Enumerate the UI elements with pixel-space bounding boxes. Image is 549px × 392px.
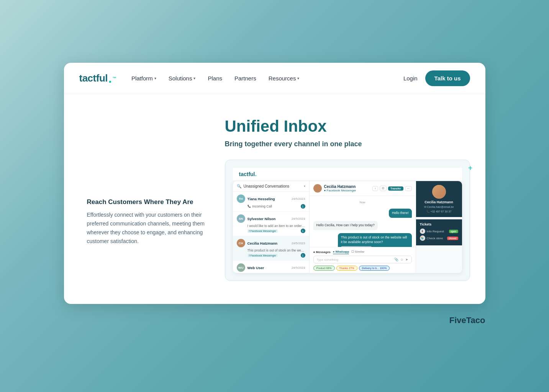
outgoing-message: Hello there!: [389, 209, 411, 218]
search-icon: 🔍: [237, 184, 241, 188]
chat-input-actions: 📎 ☺ ➤: [394, 258, 408, 261]
avatar: [313, 184, 322, 193]
avatar: [432, 185, 446, 199]
nav-plans[interactable]: Plans: [208, 75, 222, 82]
msg-date: Now: [313, 201, 412, 204]
chat-input-row: Type something 📎 ☺ ➤: [313, 256, 412, 263]
user-profile-email: ✉ Cecilia.hatz@email.be: [424, 206, 454, 209]
user-profile-phone: 📞 +32 497 67 30 37: [426, 210, 452, 213]
deco-plus-icon: +: [468, 164, 473, 173]
conv-item[interactable]: SN Sylvester Nilson 24/5/2023 I would li…: [233, 212, 309, 236]
chat-input[interactable]: Type something: [317, 258, 395, 261]
left-panel: Reach Customers Where They Are Effortles…: [87, 152, 210, 246]
ticket-label: Info Request: [427, 230, 447, 233]
attach-icon[interactable]: 📎: [394, 258, 398, 261]
user-card: Cecilia Hatzmann ✉ Cecilia.hatz@email.be…: [416, 181, 462, 217]
avatar: TH: [237, 194, 245, 203]
chat-header: Cecilia Hatzmann ● Facebook Messenger ↑ …: [310, 181, 416, 196]
app-topbar: tactful.: [233, 168, 462, 181]
chat-action-icon-btn[interactable]: ↑: [372, 186, 379, 191]
ticket-icon: ℹ: [420, 229, 425, 234]
conv-name: Cecilia Hatzmann: [247, 241, 289, 245]
ticket-status-badge: open: [449, 230, 458, 233]
conversations-sidebar: 🔍 Unassigned Conversations ▾ TH Tiana He…: [233, 181, 310, 273]
navbar: tactful. ™ Platform ▾ Solutions ▾ Plans …: [64, 63, 485, 94]
quick-tag[interactable]: Delivery to b... 100%: [359, 266, 390, 271]
ticket-item: 🏪 Check store closed: [420, 235, 458, 241]
nav-partners[interactable]: Partners: [234, 75, 256, 82]
channel-badge: f Facebook Messenger: [247, 229, 278, 233]
conv-preview-text: I would like to add an item to an order …: [247, 224, 305, 228]
chat-action-icon2-btn[interactable]: ⊡: [380, 186, 387, 191]
conv-time: 24/5/2023: [292, 197, 305, 201]
nav-solutions[interactable]: Solutions ▾: [169, 75, 196, 82]
chat-more-btn[interactable]: ···: [405, 186, 412, 191]
conv-time: 24/5/2023: [292, 242, 305, 245]
outgoing-message: This product is out of stock on the webs…: [338, 233, 412, 247]
conv-list: TH Tiana Hesseling 24/5/2023 📞 Incoming …: [233, 192, 309, 273]
conv-name: Tiana Hesseling: [247, 197, 289, 201]
chat-transfer-button[interactable]: Transfer: [388, 186, 403, 191]
chat-header-actions: ↑ ⊡ Transfer ···: [372, 186, 412, 191]
logo[interactable]: tactful. ™: [79, 72, 116, 85]
chat-user-info: Cecilia Hatzmann ● Facebook Messenger: [324, 185, 370, 192]
avatar: SN: [237, 214, 245, 223]
tab-whatsapp[interactable]: ● Whatsapp: [333, 250, 349, 254]
ticket-label: Check store: [427, 237, 446, 240]
send-icon[interactable]: ➤: [405, 258, 408, 261]
user-profile-name: Cecilia Hatzmann: [424, 200, 453, 204]
chat-panel: Cecilia Hatzmann ● Facebook Messenger ↑ …: [310, 181, 416, 273]
fivetaco-logo: FiveFiveTacoTaco: [449, 315, 485, 325]
unread-badge: 1: [301, 229, 305, 233]
filter-chevron-icon: ▾: [304, 185, 305, 188]
app-mockup: + tactful. 🔍 Unassigned Conversations: [225, 160, 470, 281]
conv-name: Web User: [247, 266, 289, 270]
tickets-title: Tickets: [420, 222, 458, 226]
avatar: CH: [237, 239, 245, 247]
messages-label: ● Messages ● Whatsapp ☐ Similar: [313, 250, 412, 254]
conv-name: Sylvester Nilson: [247, 217, 289, 221]
hero-title: Unified Inbox: [225, 117, 470, 136]
app-logo: tactful.: [239, 171, 257, 178]
resources-chevron-icon: ▾: [297, 76, 299, 80]
incoming-message: Hello Cecilia, How can I help you today?: [313, 221, 378, 230]
unread-badge: 1: [301, 253, 305, 258]
conv-item[interactable]: TH Tiana Hesseling 24/5/2023 📞 Incoming …: [233, 192, 309, 212]
nav-resources[interactable]: Resources ▾: [269, 75, 300, 82]
info-panel: Cecilia Hatzmann ✉ Cecilia.hatz@email.be…: [416, 181, 462, 273]
tickets-card: Tickets ℹ Info Request open 🏪 Check stor…: [416, 219, 462, 245]
conv-time: 24/5/2023: [292, 266, 305, 270]
conv-item[interactable]: WU Web User 24/5/2023 Do you offer in st…: [233, 261, 309, 273]
conv-header: 🔍 Unassigned Conversations ▾: [233, 181, 309, 192]
quick-tag[interactable]: Product 66%: [313, 266, 335, 271]
platform-chevron-icon: ▾: [154, 76, 156, 80]
content-area: Reach Customers Where They Are Effortles…: [64, 94, 485, 304]
chat-input-area: ● Messages ● Whatsapp ☐ Similar Type som…: [310, 247, 416, 273]
channel-badge: f Facebook Messenger: [247, 254, 278, 257]
chat-channel-label: ● Facebook Messenger: [324, 189, 370, 192]
conv-preview-text: This product is out of stock on the webs…: [247, 248, 305, 252]
nav-platform[interactable]: Platform ▾: [131, 75, 156, 82]
emoji-icon[interactable]: ☺: [400, 258, 403, 261]
chat-messages: Now Hello there! Hello Cecilia, How can …: [310, 196, 416, 247]
conv-item[interactable]: CH Cecilia Hatzmann 24/5/2023 This produ…: [233, 236, 309, 261]
unread-badge: 1: [301, 204, 305, 209]
quick-tag[interactable]: Thanks 27%: [336, 266, 357, 271]
talk-to-us-button[interactable]: Talk to us: [425, 70, 470, 86]
conv-filter-label[interactable]: Unassigned Conversations: [244, 184, 302, 188]
conv-time: 24/5/2023: [292, 217, 305, 220]
nav-links: Platform ▾ Solutions ▾ Plans Partners Re…: [131, 75, 388, 82]
hero-subtitle: Bring together every channel in one plac…: [225, 140, 470, 148]
left-body: Effortlessly connect with your customers…: [87, 211, 210, 246]
app-mockup-inner: 🔍 Unassigned Conversations ▾ TH Tiana He…: [233, 181, 462, 273]
tab-similar[interactable]: ☐ Similar: [351, 250, 364, 254]
ticket-icon: 🏪: [420, 235, 425, 241]
footer: FiveFiveTacoTaco: [64, 312, 485, 329]
avatar: WU: [237, 263, 245, 272]
solutions-chevron-icon: ▾: [193, 76, 195, 80]
quick-tags: Product 66% Thanks 27% Delivery to b... …: [313, 266, 412, 271]
login-button[interactable]: Login: [403, 75, 418, 82]
nav-actions: Login Talk to us: [403, 70, 470, 86]
msg-channel-tabs: ● Whatsapp ☐ Similar: [333, 250, 365, 254]
ticket-status-badge: closed: [447, 237, 458, 240]
